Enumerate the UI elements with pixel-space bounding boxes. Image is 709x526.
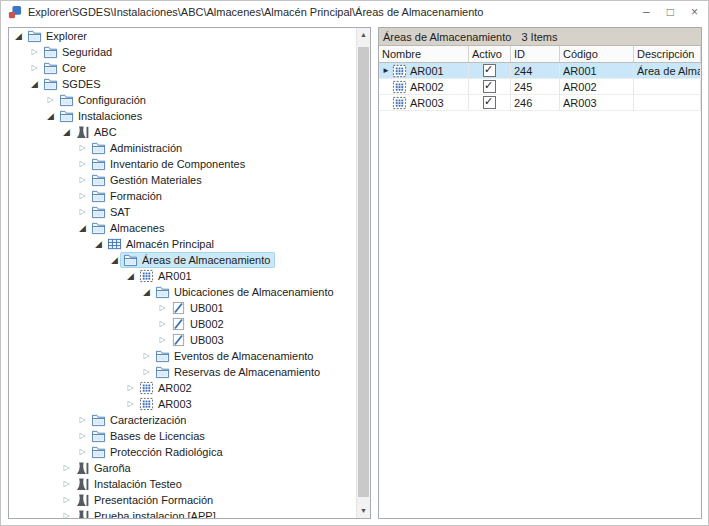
column-header-nombre[interactable]: Nombre (379, 46, 469, 62)
tree-node-body[interactable]: Bases de Licencias (88, 428, 210, 444)
cell-nombre[interactable]: ►AR001 (379, 63, 469, 79)
tree-item-inventario-de-componentes[interactable]: ▷Inventario de Componentes (9, 156, 356, 172)
expand-arrow-icon[interactable]: ▷ (125, 380, 136, 396)
tree-node-body[interactable]: Reservas de Almacenamiento (152, 364, 325, 380)
tree-node-body[interactable]: AR003 (136, 396, 197, 412)
tree-node-body[interactable]: SAT (88, 204, 136, 220)
tree-item-gestion-materiales[interactable]: ▷Gestión Materiales (9, 172, 356, 188)
collapse-arrow-icon[interactable]: ◢ (125, 268, 136, 284)
collapse-arrow-icon[interactable]: ◢ (141, 284, 152, 300)
tree-node-body[interactable]: UB001 (168, 300, 229, 316)
collapse-arrow-icon[interactable]: ◢ (61, 124, 72, 140)
expand-arrow-icon[interactable]: ▷ (61, 476, 72, 492)
tree-item-ub001[interactable]: ▷UB001 (9, 300, 356, 316)
table-row-ar003[interactable]: AR003✓246AR003 (379, 95, 701, 111)
tree-item-ar001[interactable]: ◢AR001 (9, 268, 356, 284)
tree-node-body[interactable]: Garoña (72, 460, 136, 476)
tree-node-body[interactable]: Administración (88, 140, 187, 156)
tree-item-abc[interactable]: ◢ABC (9, 124, 356, 140)
tree-item-caracterizacion[interactable]: ▷Caracterización (9, 412, 356, 428)
expand-arrow-icon[interactable]: ▷ (77, 172, 88, 188)
collapse-arrow-icon[interactable]: ◢ (109, 252, 120, 268)
activo-checkbox[interactable]: ✓ (483, 64, 496, 77)
collapse-arrow-icon[interactable]: ◢ (45, 108, 56, 124)
column-header-descripcion[interactable]: Descripción (634, 46, 701, 62)
column-header-id[interactable]: ID (511, 46, 560, 62)
tree-node-body[interactable]: Configuración (56, 92, 151, 108)
tree-item-explorer[interactable]: ◢Explorer (9, 28, 356, 44)
tree-item-sgdes[interactable]: ◢SGDES (9, 76, 356, 92)
expand-arrow-icon[interactable]: ▷ (157, 332, 168, 348)
column-header-codigo[interactable]: Código (560, 46, 634, 62)
tree-node-body[interactable]: Core (40, 60, 91, 76)
scroll-up-icon[interactable]: ▲ (357, 28, 370, 42)
expand-arrow-icon[interactable]: ▷ (77, 444, 88, 460)
tree-item-almacenes[interactable]: ◢Almacenes (9, 220, 356, 236)
tree-node-body[interactable]: Áreas de Almacenamiento (120, 252, 275, 268)
tree-item-reservas-de-almacenamiento[interactable]: ▷Reservas de Almacenamiento (9, 364, 356, 380)
tree-item-garona[interactable]: ▷Garoña (9, 460, 356, 476)
tree-item-eventos-de-almacenamiento[interactable]: ▷Eventos de Almacenamiento (9, 348, 356, 364)
tree-node-body[interactable]: Almacén Principal (104, 236, 219, 252)
tree-node-body[interactable]: Explorer (24, 28, 92, 44)
tree-item-sat[interactable]: ▷SAT (9, 204, 356, 220)
collapse-arrow-icon[interactable]: ◢ (77, 220, 88, 236)
cell-nombre[interactable]: AR002 (379, 79, 469, 95)
expand-arrow-icon[interactable]: ▷ (77, 188, 88, 204)
expand-arrow-icon[interactable]: ▷ (141, 348, 152, 364)
tree-node-body[interactable]: AR001 (136, 268, 197, 284)
scroll-down-icon[interactable]: ▼ (357, 504, 370, 518)
maximize-button[interactable]: □ (667, 1, 674, 23)
tree-item-configuracion[interactable]: ▷Configuración (9, 92, 356, 108)
tree-item-bases-de-licencias[interactable]: ▷Bases de Licencias (9, 428, 356, 444)
tree-node-body[interactable]: Caracterización (88, 412, 191, 428)
tree-node-body[interactable]: Prueba instalacion [APP] (72, 508, 221, 518)
scrollbar-thumb[interactable] (358, 47, 369, 497)
minimize-button[interactable]: – (643, 1, 650, 23)
tree-node-body[interactable]: Formación (88, 188, 167, 204)
tree-node-body[interactable]: AR002 (136, 380, 197, 396)
tree-node-body[interactable]: Eventos de Almacenamiento (152, 348, 318, 364)
tree-item-ub003[interactable]: ▷UB003 (9, 332, 356, 348)
tree-item-ubicaciones-de-almacenamiento[interactable]: ◢Ubicaciones de Almacenamiento (9, 284, 356, 300)
tree-node-body[interactable]: UB002 (168, 316, 229, 332)
tree-node-body[interactable]: Ubicaciones de Almacenamiento (152, 284, 339, 300)
close-button[interactable]: × (691, 1, 698, 23)
cell-nombre[interactable]: AR003 (379, 95, 469, 111)
expand-arrow-icon[interactable]: ▷ (45, 92, 56, 108)
tree-item-ub002[interactable]: ▷UB002 (9, 316, 356, 332)
tree-item-ar002[interactable]: ▷AR002 (9, 380, 356, 396)
tree-node-body[interactable]: UB003 (168, 332, 229, 348)
expand-arrow-icon[interactable]: ▷ (29, 60, 40, 76)
tree-node-body[interactable]: SGDES (40, 76, 106, 92)
tree-node-body[interactable]: ABC (72, 124, 122, 140)
expand-arrow-icon[interactable]: ▷ (61, 492, 72, 508)
expand-arrow-icon[interactable]: ▷ (77, 412, 88, 428)
expand-arrow-icon[interactable]: ▷ (141, 364, 152, 380)
tree-node-body[interactable]: Instalación Testeo (72, 476, 187, 492)
tree-node-body[interactable]: Inventario de Componentes (88, 156, 250, 172)
collapse-arrow-icon[interactable]: ◢ (13, 28, 24, 44)
collapse-arrow-icon[interactable]: ◢ (93, 236, 104, 252)
expand-arrow-icon[interactable]: ▷ (125, 396, 136, 412)
tree-item-formacion[interactable]: ▷Formación (9, 188, 356, 204)
tree-item-presentacion-formacion[interactable]: ▷Presentación Formación (9, 492, 356, 508)
tree-item-proteccion-radiologica[interactable]: ▷Protección Radiológica (9, 444, 356, 460)
expand-arrow-icon[interactable]: ▷ (77, 140, 88, 156)
tree-node-body[interactable]: Protección Radiológica (88, 444, 228, 460)
expand-arrow-icon[interactable]: ▷ (77, 204, 88, 220)
expand-arrow-icon[interactable]: ▷ (61, 508, 72, 518)
column-header-activo[interactable]: Activo (469, 46, 511, 62)
tree-item-administracion[interactable]: ▷Administración (9, 140, 356, 156)
activo-checkbox[interactable]: ✓ (483, 96, 496, 109)
tree-item-areas-de-almacenamiento[interactable]: ◢Áreas de Almacenamiento (9, 252, 356, 268)
tree-item-instalaciones[interactable]: ◢Instalaciones (9, 108, 356, 124)
expand-arrow-icon[interactable]: ▷ (61, 460, 72, 476)
expand-arrow-icon[interactable]: ▷ (157, 300, 168, 316)
expand-arrow-icon[interactable]: ▷ (77, 156, 88, 172)
table-row-ar001[interactable]: ►AR001✓244AR001Área de Almac (379, 63, 701, 79)
tree-node-body[interactable]: Presentación Formación (72, 492, 218, 508)
tree-node-body[interactable]: Instalaciones (56, 108, 147, 124)
tree-item-prueba-instalacion-app[interactable]: ▷Prueba instalacion [APP] (9, 508, 356, 518)
tree-node-body[interactable]: Seguridad (40, 44, 117, 60)
